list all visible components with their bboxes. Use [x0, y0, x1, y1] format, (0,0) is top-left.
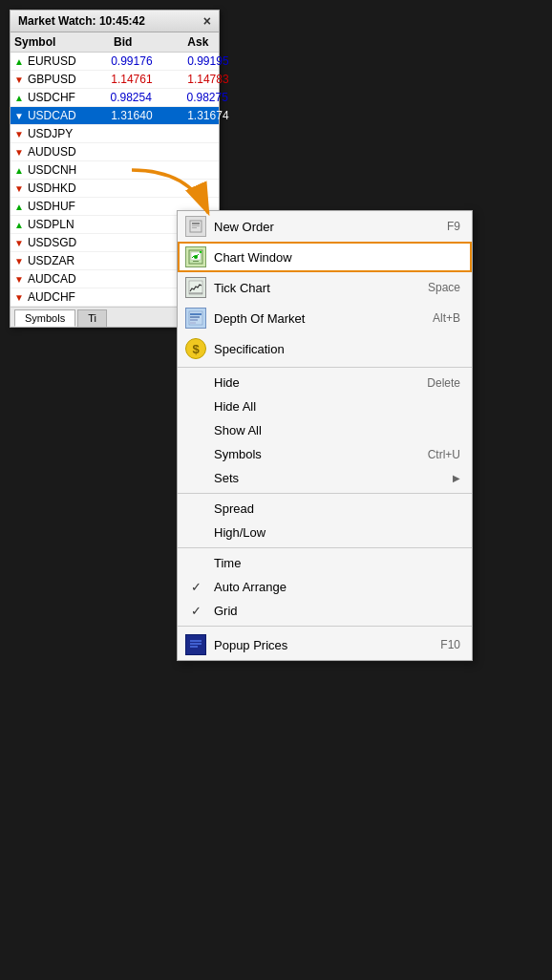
menu-item-auto-arrange[interactable]: ✓ Auto Arrange: [178, 575, 472, 599]
svg-rect-14: [190, 316, 200, 318]
symbol-label: USDCHF: [28, 91, 75, 104]
table-header: Symbol Bid Ask: [11, 32, 219, 53]
menu-item-depth-of-market[interactable]: Depth Of Market Alt+B: [178, 303, 472, 333]
depth-icon: [185, 308, 206, 329]
symbol-label: USDPLN: [28, 218, 74, 231]
menu-item-show-all[interactable]: Show All: [178, 418, 472, 442]
menu-item-popup-prices[interactable]: Popup Prices F10: [178, 629, 472, 660]
arrow-up-icon: ▲: [14, 56, 24, 67]
symbol-label: USDHKD: [28, 181, 76, 195]
svg-rect-3: [192, 225, 200, 226]
menu-item-hide-all[interactable]: Hide All: [178, 394, 472, 418]
arrow-down-icon: ▼: [14, 256, 24, 266]
ask-value: 1.14783: [153, 73, 229, 86]
menu-item-new-order[interactable]: New Order F9: [178, 211, 472, 242]
separator: [178, 493, 472, 494]
menu-shortcut: Space: [428, 281, 460, 294]
menu-item-grid[interactable]: ✓ Grid: [178, 599, 472, 623]
symbol-label: AUDUSD: [28, 145, 76, 159]
new-order-icon: [185, 216, 206, 237]
menu-item-spread[interactable]: Spread: [178, 497, 472, 521]
symbol-label: EURUSD: [28, 54, 76, 68]
table-row[interactable]: ▲USDCHF 0.98254 0.98275: [11, 89, 219, 107]
menu-item-symbols[interactable]: Symbols Ctrl+U: [178, 442, 472, 466]
menu-item-specification[interactable]: $ Specification: [178, 333, 472, 364]
svg-rect-19: [190, 643, 202, 645]
symbol-label: USDCAD: [28, 109, 76, 122]
bid-value: 1.31640: [76, 109, 153, 122]
menu-label: Grid: [214, 604, 460, 618]
menu-label: Sets: [214, 471, 453, 485]
tab-ticks[interactable]: Ti: [77, 309, 107, 327]
arrow-down-icon: ▼: [14, 75, 24, 85]
menu-shortcut: Ctrl+U: [428, 448, 460, 461]
svg-rect-4: [192, 227, 197, 228]
menu-label: Chart Window: [214, 250, 460, 265]
popup-prices-icon: [185, 634, 206, 655]
svg-rect-16: [190, 322, 196, 324]
arrow-up-icon: ▲: [14, 165, 24, 176]
arrow-down-icon: ▼: [14, 292, 24, 303]
menu-label: Popup Prices: [214, 638, 440, 652]
tick-chart-icon: [185, 277, 206, 298]
table-row[interactable]: ▼USDCAD 1.31640 1.31674: [11, 107, 219, 125]
menu-item-sets[interactable]: Sets ▶: [178, 466, 472, 490]
arrow-down-icon: ▼: [14, 129, 24, 139]
submenu-arrow-icon: ▶: [453, 473, 460, 483]
menu-label: New Order: [214, 220, 447, 234]
menu-item-hide[interactable]: Hide Delete: [178, 371, 472, 394]
table-row[interactable]: ▲USDCNH: [11, 161, 219, 180]
table-row[interactable]: ▼GBPUSD 1.14761 1.14783: [11, 71, 219, 89]
svg-rect-9: [200, 251, 202, 253]
header-bid: Bid: [55, 35, 132, 49]
window-title: Market Watch: 10:45:42: [18, 14, 145, 28]
menu-label: Depth Of Market: [214, 311, 433, 326]
ask-value: 0.98275: [152, 91, 228, 104]
svg-rect-15: [190, 319, 198, 321]
symbol-label: USDHUF: [28, 200, 75, 213]
svg-rect-18: [190, 640, 202, 642]
symbol-label: AUDCAD: [28, 272, 76, 286]
symbol-label: USDZAR: [28, 254, 74, 267]
menu-label: Auto Arrange: [214, 580, 460, 594]
arrow-down-icon: ▼: [14, 111, 24, 121]
table-row[interactable]: ▼AUDUSD: [11, 143, 219, 161]
menu-label: Spread: [214, 501, 460, 516]
separator: [178, 547, 472, 548]
symbol-label: GBPUSD: [28, 73, 76, 86]
arrow-up-icon: ▲: [14, 93, 24, 103]
symbol-label: USDJPY: [28, 127, 73, 140]
menu-label: Symbols: [214, 447, 428, 461]
svg-rect-20: [190, 646, 198, 648]
ask-value: 0.99195: [153, 54, 229, 68]
symbol-label: AUDCHF: [28, 290, 75, 304]
close-button[interactable]: ×: [203, 14, 211, 28]
symbol-label: USDCNH: [28, 163, 76, 177]
arrow-up-icon: ▲: [14, 202, 24, 212]
check-mark: ✓: [185, 604, 206, 618]
menu-item-high-low[interactable]: High/Low: [178, 521, 472, 544]
menu-item-tick-chart[interactable]: Tick Chart Space: [178, 272, 472, 303]
table-row[interactable]: ▼USDHKD: [11, 180, 219, 198]
svg-rect-13: [190, 313, 202, 315]
svg-rect-2: [192, 223, 200, 224]
bid-value: 1.14761: [76, 73, 153, 86]
menu-shortcut: F10: [440, 638, 460, 651]
arrow-down-icon: ▼: [14, 238, 24, 248]
table-row[interactable]: ▲EURUSD 0.99176 0.99195: [11, 53, 219, 71]
chart-window-icon: [185, 246, 206, 267]
header-ask: Ask: [132, 35, 208, 49]
menu-shortcut: F9: [447, 220, 460, 233]
menu-label: Specification: [214, 342, 460, 356]
header-symbol: Symbol: [14, 35, 55, 49]
tab-symbols[interactable]: Symbols: [14, 309, 75, 327]
svg-rect-7: [193, 261, 199, 262]
ask-value: 1.31674: [153, 109, 229, 122]
menu-item-time[interactable]: Time: [178, 551, 472, 575]
table-row[interactable]: ▼USDJPY: [11, 125, 219, 143]
menu-item-chart-window[interactable]: Chart Window: [178, 242, 472, 272]
context-menu: New Order F9 Chart Window Tick Chart Spa…: [177, 210, 473, 661]
menu-label: Show All: [214, 423, 460, 437]
arrow-up-icon: ▲: [14, 220, 24, 230]
menu-label: High/Low: [214, 525, 460, 540]
